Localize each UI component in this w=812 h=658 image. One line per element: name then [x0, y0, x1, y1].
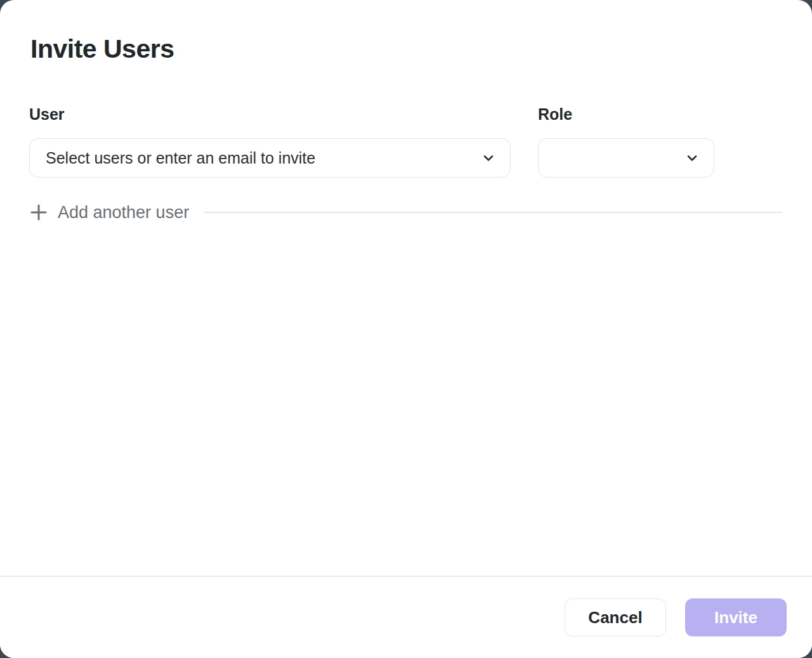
add-another-user-label: Add another user: [58, 202, 189, 223]
chevron-down-icon: [481, 150, 496, 165]
chevron-down-icon: [684, 150, 700, 165]
user-field-label: User: [29, 105, 511, 124]
role-field-label: Role: [538, 105, 714, 124]
cancel-button[interactable]: Cancel: [565, 598, 666, 636]
dialog-footer: Cancel Invite: [0, 576, 812, 658]
dialog-title: Invite Users: [30, 34, 174, 64]
role-select[interactable]: [538, 138, 714, 177]
plus-icon: [29, 203, 48, 222]
invite-users-dialog: Invite Users User Select users or enter …: [0, 0, 812, 658]
user-field: User Select users or enter an email to i…: [29, 105, 511, 177]
user-select[interactable]: Select users or enter an email to invite: [29, 138, 511, 177]
role-field: Role: [538, 105, 714, 177]
add-user-divider: [204, 212, 783, 213]
invite-button[interactable]: Invite: [685, 598, 787, 636]
add-another-user-button[interactable]: Add another user: [29, 202, 189, 223]
user-select-placeholder: Select users or enter an email to invite: [46, 149, 315, 167]
add-user-row: Add another user: [29, 202, 783, 223]
